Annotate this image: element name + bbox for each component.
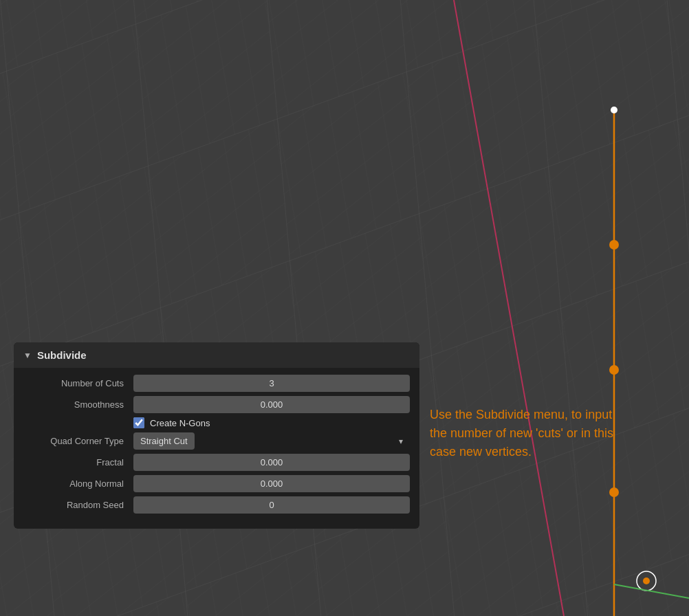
smoothness-input[interactable]	[133, 396, 410, 413]
tooltip-text: Use the Subdivide menu, to input the num…	[430, 408, 613, 459]
along-normal-row: Along Normal	[23, 475, 410, 492]
viewport-tooltip: Use the Subdivide menu, to input the num…	[430, 406, 622, 461]
quad-corner-type-label: Quad Corner Type	[23, 436, 133, 446]
panel-body: Number of Cuts Smoothness Create N-Gons …	[14, 368, 419, 520]
random-seed-row: Random Seed	[23, 496, 410, 514]
number-of-cuts-row: Number of Cuts	[23, 375, 410, 392]
number-of-cuts-input[interactable]	[133, 375, 410, 392]
svg-point-7	[609, 365, 619, 375]
fractal-row: Fractal	[23, 454, 410, 471]
quad-corner-type-select[interactable]: Straight Cut Inner Vert Path Fan	[133, 432, 195, 450]
fractal-label: Fractal	[23, 457, 133, 468]
along-normal-input[interactable]	[133, 475, 410, 492]
along-normal-label: Along Normal	[23, 478, 133, 489]
random-seed-label: Random Seed	[23, 500, 133, 510]
panel-collapse-icon[interactable]: ▼	[23, 351, 32, 360]
number-of-cuts-label: Number of Cuts	[23, 378, 133, 388]
panel-title: Subdivide	[37, 349, 87, 361]
svg-point-5	[611, 107, 617, 113]
svg-point-8	[609, 487, 619, 497]
subdivide-panel: ▼ Subdivide Number of Cuts Smoothness Cr…	[14, 342, 419, 529]
smoothness-row: Smoothness	[23, 396, 410, 413]
create-ngons-checkbox[interactable]	[133, 417, 144, 428]
create-ngons-row: Create N-Gons	[23, 417, 410, 428]
smoothness-label: Smoothness	[23, 399, 133, 410]
svg-point-10	[643, 578, 650, 584]
svg-point-6	[609, 240, 619, 250]
panel-header[interactable]: ▼ Subdivide	[14, 342, 419, 368]
quad-corner-type-wrapper: Straight Cut Inner Vert Path Fan	[133, 432, 410, 450]
fractal-input[interactable]	[133, 454, 410, 471]
quad-corner-type-row: Quad Corner Type Straight Cut Inner Vert…	[23, 432, 410, 450]
random-seed-input[interactable]	[133, 496, 410, 514]
create-ngons-label: Create N-Gons	[150, 418, 210, 428]
